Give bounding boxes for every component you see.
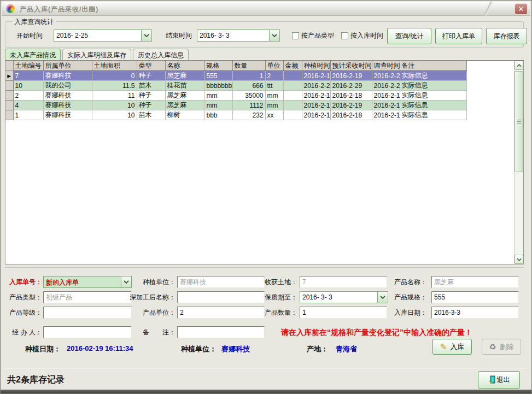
column-header[interactable]: 调查时间: [372, 61, 400, 71]
storage-button[interactable]: ✎ 入库: [432, 339, 472, 355]
table-cell[interactable]: 赛娜科技: [43, 101, 92, 110]
storage-date-field[interactable]: [431, 307, 519, 319]
table-cell[interactable]: 2016-2-19: [372, 101, 400, 110]
table-cell[interactable]: 柳树: [165, 110, 204, 120]
table-cell[interactable]: 赛娜科技: [43, 110, 92, 120]
column-header[interactable]: 名称: [165, 61, 204, 71]
table-cell[interactable]: 2016-2-19: [330, 101, 372, 110]
start-time-combobox[interactable]: 2016- 2-25: [54, 30, 152, 42]
table-cell[interactable]: 实际信息: [400, 81, 466, 91]
table-cell[interactable]: 2016-2-18: [302, 110, 330, 120]
column-header[interactable]: 数量: [232, 61, 265, 71]
table-cell[interactable]: [283, 71, 302, 81]
column-header[interactable]: 种植时间: [302, 61, 330, 71]
table-cell[interactable]: 2: [13, 91, 43, 101]
table-cell[interactable]: 555: [204, 71, 232, 81]
table-row[interactable]: ▶7赛娜科技0种子黑芝麻555122016-2-192016-2-192016-…: [5, 71, 466, 81]
scroll-down-icon[interactable]: [515, 255, 523, 264]
table-cell[interactable]: mm: [265, 101, 283, 110]
table-cell[interactable]: 2: [265, 71, 283, 81]
table-cell[interactable]: 2016-2-19: [372, 110, 400, 120]
table-cell[interactable]: 种子: [137, 101, 165, 110]
table-cell[interactable]: 2016-2-29: [372, 81, 400, 91]
tab-history-total[interactable]: 历史总入库信息: [133, 49, 189, 60]
table-cell[interactable]: 10: [13, 81, 43, 91]
table-cell[interactable]: 0: [92, 71, 137, 81]
table-cell[interactable]: 赛娜科技: [43, 91, 92, 101]
table-cell[interactable]: 苗木: [137, 110, 165, 120]
table-cell[interactable]: 10: [92, 110, 137, 120]
table-cell[interactable]: bbb: [204, 110, 232, 120]
table-cell[interactable]: [283, 101, 302, 110]
table-cell[interactable]: 10: [92, 101, 137, 110]
table-cell[interactable]: 4: [13, 101, 43, 110]
table-cell[interactable]: 苗木: [137, 81, 165, 91]
table-cell[interactable]: 2016-2-19: [372, 91, 400, 101]
vertical-scrollbar[interactable]: [514, 61, 523, 264]
table-cell[interactable]: 1: [13, 110, 43, 120]
table-cell[interactable]: bbbbbbbb: [204, 81, 232, 91]
scrollbar-thumb[interactable]: [515, 71, 523, 172]
table-cell[interactable]: 2016-2-19: [302, 101, 330, 110]
product-name-field[interactable]: [431, 276, 519, 288]
query-stats-button[interactable]: 查询/统计: [387, 28, 431, 44]
table-cell[interactable]: 2016-2-19: [330, 71, 372, 81]
table-cell[interactable]: 232: [232, 110, 265, 120]
column-header[interactable]: 土地面积: [92, 61, 137, 71]
table-cell[interactable]: 2016-2-18: [302, 91, 330, 101]
column-header[interactable]: 土地编号: [13, 61, 43, 71]
table-cell[interactable]: 11: [92, 91, 137, 101]
chevron-down-icon[interactable]: [269, 30, 279, 41]
close-icon[interactable]: ✕: [515, 3, 528, 15]
print-receipt-button[interactable]: 打印入库单: [435, 28, 482, 44]
column-header[interactable]: 类型: [137, 61, 165, 71]
chevron-down-icon[interactable]: [141, 30, 151, 41]
table-cell[interactable]: 2016-2-29: [330, 81, 372, 91]
table-cell[interactable]: 实际信息: [400, 110, 466, 120]
table-row[interactable]: 1赛娜科技10苗木柳树bbb232xx2016-2-182016-2-18201…: [5, 110, 466, 120]
by-product-type-checkbox[interactable]: 按产品类型: [292, 31, 334, 40]
exit-button[interactable]: 退出: [478, 371, 520, 389]
table-cell[interactable]: 2016-2-29: [302, 81, 330, 91]
delete-button[interactable]: ♻ 删除: [482, 339, 521, 355]
stock-report-button[interactable]: 库存报表: [486, 28, 527, 44]
table-cell[interactable]: 种子: [137, 91, 165, 101]
table-cell[interactable]: 赛娜科技: [43, 71, 92, 81]
table-cell[interactable]: mm: [204, 101, 232, 110]
table-cell[interactable]: 种子: [137, 71, 165, 81]
column-header[interactable]: 单位: [265, 61, 283, 71]
product-spec-field[interactable]: [431, 291, 519, 303]
table-cell[interactable]: 实际信息: [400, 91, 466, 101]
table-cell[interactable]: mm: [204, 91, 232, 101]
table-cell[interactable]: [283, 110, 302, 120]
table-row[interactable]: 2赛娜科技11种子黑芝麻mm35000mm2016-2-182016-2-182…: [5, 91, 466, 101]
table-cell[interactable]: 实际信息: [400, 101, 466, 110]
remark-field[interactable]: [177, 326, 265, 338]
table-cell[interactable]: 我的公司: [43, 81, 92, 91]
table-cell[interactable]: 黑芝麻: [165, 91, 204, 101]
table-cell[interactable]: 2016-2-18: [330, 110, 372, 120]
table-cell[interactable]: 1112: [232, 101, 265, 110]
table-cell[interactable]: [283, 91, 302, 101]
checkbox-box[interactable]: [292, 32, 299, 39]
table-cell[interactable]: 2016-2-26: [372, 71, 400, 81]
table-cell[interactable]: 666: [232, 81, 265, 91]
scroll-up-icon[interactable]: [515, 61, 523, 70]
table-cell[interactable]: [283, 81, 302, 91]
table-cell[interactable]: 11.5: [92, 81, 137, 91]
checkbox-box[interactable]: [341, 32, 348, 39]
column-header[interactable]: 规格: [204, 61, 232, 71]
column-header[interactable]: 金额: [283, 61, 302, 71]
table-row[interactable]: 10我的公司11.5苗木桂花苗bbbbbbbb666ttt2016-2-2920…: [5, 81, 466, 91]
table-cell[interactable]: 2016-2-19: [302, 71, 330, 81]
table-cell[interactable]: 实际信息: [400, 71, 466, 81]
end-time-combobox[interactable]: 2016- 3- 3: [197, 30, 280, 42]
column-header[interactable]: 备注: [400, 61, 466, 71]
table-cell[interactable]: xx: [265, 110, 283, 120]
table-cell[interactable]: mm: [265, 91, 283, 101]
table-cell[interactable]: 35000: [232, 91, 265, 101]
tab-actual-storage[interactable]: 实际入库明细及库存: [62, 49, 131, 60]
table-cell[interactable]: 黑芝麻: [165, 101, 204, 110]
table-cell[interactable]: ttt: [265, 81, 283, 91]
table-cell[interactable]: 7: [13, 71, 43, 81]
